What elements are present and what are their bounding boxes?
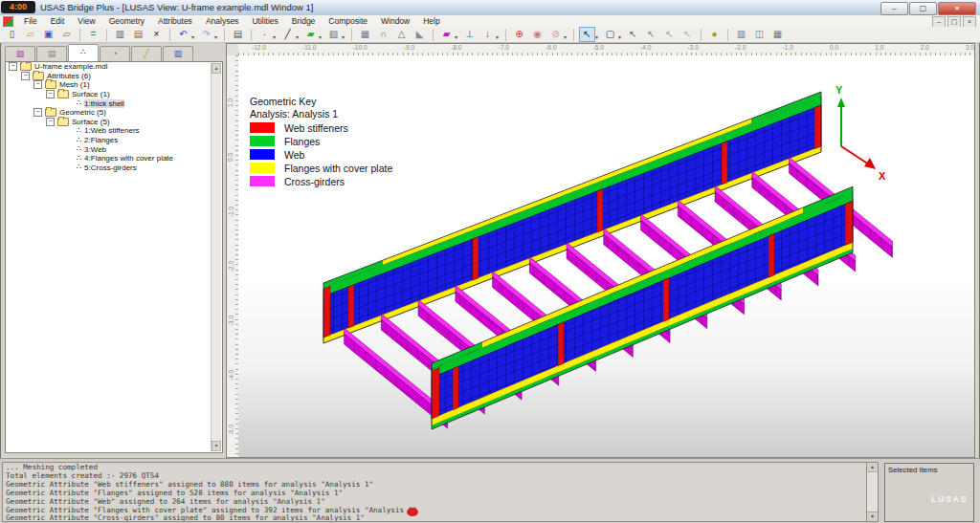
moment-icon[interactable]: ◉ <box>529 27 546 42</box>
menu-item[interactable]: Window <box>374 16 416 26</box>
menu-item[interactable]: Composite <box>322 16 374 26</box>
graph-icon[interactable]: ◫ <box>751 27 768 42</box>
mesh-toggle-icon[interactable]: = <box>85 27 101 42</box>
menu-item[interactable]: Utilities <box>245 16 284 26</box>
tree-row[interactable]: ∴ 5:Cross-girders <box>6 163 222 173</box>
tree-row[interactable]: ∴ 2:Flanges <box>6 136 222 145</box>
tree-row[interactable]: − Surface (1) <box>6 90 222 99</box>
y-axis-label: Y <box>835 84 843 96</box>
tab-attributes[interactable]: ∴ <box>68 44 99 61</box>
legend-entry: Cross-girders <box>250 175 392 187</box>
legend-label: Cross-girders <box>284 176 345 187</box>
tab-reports[interactable]: ▥ <box>163 46 193 61</box>
undo-icon[interactable]: ↶ <box>175 27 191 42</box>
tree-node-label: Surface (1) <box>72 90 110 98</box>
delete-icon[interactable]: × <box>148 27 165 42</box>
menu-item[interactable]: Analyses <box>199 16 246 26</box>
ruler-label: 2.0 <box>921 44 929 55</box>
geometric-key-legend: Geometric Key Analysis: Analysis 1 Web s… <box>250 96 392 187</box>
model-canvas[interactable]: Y X Geometric Key Analysis: Analysis 1 W… <box>238 55 974 457</box>
legend-swatch <box>250 163 275 173</box>
tab-analyses[interactable]: ◔ <box>100 46 130 61</box>
tree-expander-icon[interactable]: − <box>9 62 17 71</box>
tree-expander-icon[interactable]: − <box>33 80 42 89</box>
ruler-label: -2.0 <box>228 261 234 272</box>
ruler-label: -11.0 <box>302 44 316 55</box>
menu-item[interactable]: File <box>17 16 44 26</box>
supports-icon[interactable]: ⊥ <box>461 27 478 42</box>
tree-expander-icon[interactable]: − <box>46 90 55 98</box>
box-select-icon[interactable]: ▢ <box>602 27 618 42</box>
tree-node-icon <box>57 118 69 126</box>
maximize-button[interactable]: ▢ <box>909 2 937 15</box>
point-load-icon[interactable]: ⊕ <box>511 27 527 42</box>
poly-select-icon[interactable]: ↖ <box>625 27 641 42</box>
print-icon[interactable]: ▤ <box>230 27 246 42</box>
tree-node-icon <box>20 62 32 71</box>
redo-icon[interactable]: ↷ <box>198 27 214 42</box>
tree-node-icon: ∴ <box>77 155 81 163</box>
line-select-icon[interactable]: ↖ <box>661 27 678 42</box>
clear-load-icon[interactable]: ⊘ <box>547 27 564 42</box>
tree-row[interactable]: ∴ 1:Web stiffeners <box>6 126 222 136</box>
tree-expander-icon[interactable]: − <box>33 108 42 117</box>
tab-utilities[interactable]: ╱ <box>131 46 162 61</box>
tab-groups[interactable]: ▤ <box>36 46 67 61</box>
tree-node-label: Attributes (6) <box>47 72 91 80</box>
measure-icon[interactable]: ∩ <box>375 27 391 42</box>
tab-layers[interactable]: ▧ <box>5 46 35 61</box>
menu-item[interactable]: Geometry <box>102 16 151 26</box>
ruler-label: -12.0 <box>252 44 266 55</box>
tree-node-icon: ∴ <box>77 145 81 153</box>
text-output-pane[interactable]: ... Meshing completedTotal elements crea… <box>2 462 866 522</box>
plane-icon[interactable]: ◣ <box>412 27 428 42</box>
new-icon[interactable]: ▯ <box>4 27 20 42</box>
assign-attribute-icon[interactable]: ▰ <box>438 27 455 42</box>
minimize-button[interactable]: – <box>880 2 908 15</box>
menu-item[interactable]: Bridge <box>285 16 323 26</box>
tree-row[interactable]: − Mesh (1) <box>6 80 222 90</box>
tree-expander-icon[interactable]: − <box>46 118 55 126</box>
tree-row[interactable]: ∴ 3:Web <box>6 144 222 154</box>
tree-row[interactable]: ∴ 1:thick shell <box>6 98 222 108</box>
vertex-icon[interactable]: △ <box>393 27 410 42</box>
tree-node-icon <box>45 108 56 117</box>
open-icon[interactable]: ▱ <box>22 27 38 42</box>
select-cell-icon[interactable]: ▦ <box>357 27 373 42</box>
document-icon <box>3 16 13 27</box>
tree-row[interactable]: ∴ 4:Flanges with cover plate <box>6 154 222 163</box>
video-timestamp-badge: 4:00 <box>1 1 35 13</box>
tree-row[interactable]: − Attributes (6) <box>6 72 222 81</box>
point-tool-icon[interactable]: ∙ <box>256 27 273 42</box>
paste-icon[interactable]: ▤ <box>130 27 146 42</box>
menu-item[interactable]: Help <box>416 16 446 26</box>
lasso-select-icon[interactable]: ↖ <box>643 27 659 42</box>
extra-select-icon[interactable]: ↖ <box>679 27 696 42</box>
menu-item[interactable]: Attributes <box>151 16 199 26</box>
surface-tool-icon[interactable]: ▰ <box>302 27 319 42</box>
save-icon[interactable]: ▣ <box>40 27 56 42</box>
recording-cursor-dot <box>407 508 418 516</box>
menu-item[interactable]: View <box>71 16 101 26</box>
loads-icon[interactable]: ↓ <box>479 27 496 42</box>
copy-icon[interactable]: ▥ <box>112 27 128 42</box>
ruler-label: 1.0 <box>227 98 234 107</box>
tree-row[interactable]: − Surface (5) <box>6 118 222 127</box>
tree-expander-icon[interactable]: − <box>21 72 30 80</box>
tree-node-icon <box>57 90 69 98</box>
cursor-select-icon[interactable]: ↖ <box>579 27 595 42</box>
line-tool-icon[interactable]: ╱ <box>279 27 296 42</box>
clipboard-icon[interactable]: ▥ <box>733 27 749 42</box>
close-button[interactable]: × <box>938 2 976 15</box>
menu-item[interactable]: Edit <box>44 16 72 26</box>
tree-scrollbar[interactable] <box>211 63 221 451</box>
tree-row[interactable]: − Geometric (5) <box>6 108 222 118</box>
volume-tool-icon[interactable]: ▧ <box>325 27 342 42</box>
legend-entry: Web <box>250 148 392 161</box>
window-title: USAS Bridge Plus - [LUSAS View: U-frame … <box>40 2 313 12</box>
table-icon[interactable]: ▦ <box>769 27 786 42</box>
open-model-icon[interactable]: ▱ <box>58 27 75 42</box>
tree-node-icon: ∴ <box>77 99 81 107</box>
output-scrollbar[interactable] <box>866 462 879 522</box>
render-sphere-icon[interactable]: ● <box>706 27 723 42</box>
